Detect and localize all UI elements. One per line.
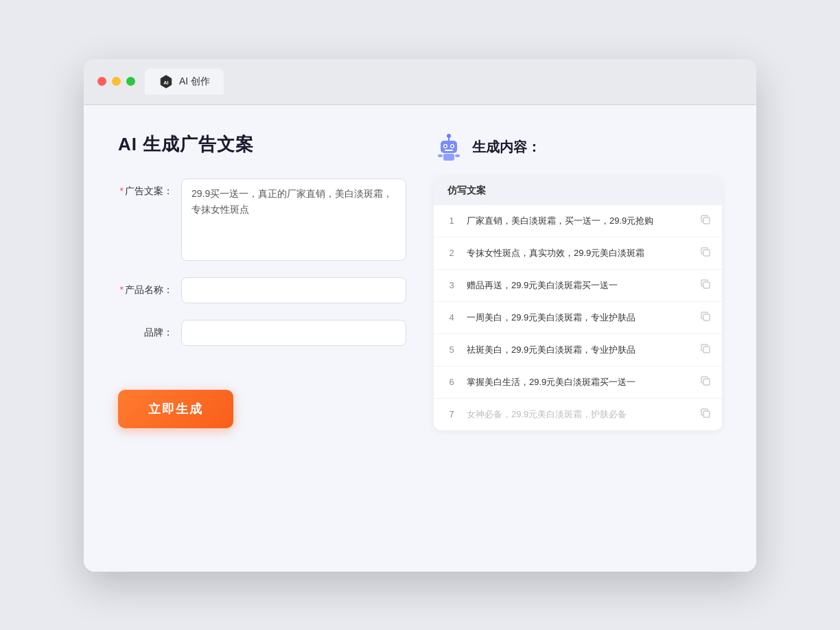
result-title: 生成内容： <box>472 138 541 156</box>
copy-icon[interactable] <box>700 214 711 228</box>
brand-input[interactable]: 好白 <box>181 320 406 346</box>
table-row: 1厂家直销，美白淡斑霜，买一送一，29.9元抢购 <box>434 205 722 237</box>
copy-icon[interactable] <box>700 311 711 325</box>
right-panel: 生成内容： 仿写文案 1厂家直销，美白淡斑霜，买一送一，29.9元抢购 2专抹女… <box>434 132 722 537</box>
page-title: AI 生成广告文案 <box>118 132 406 156</box>
row-text: 赠品再送，29.9元美白淡斑霜买一送一 <box>467 279 692 292</box>
browser-window: AI AI 创作 AI 生成广告文案 *广告文案： 29.9买一送一，真正的厂家… <box>84 59 756 572</box>
tab-label: AI 创作 <box>179 75 210 88</box>
copy-icon[interactable] <box>700 375 711 389</box>
svg-rect-12 <box>455 154 460 157</box>
tab-area: AI AI 创作 <box>145 69 224 95</box>
traffic-lights <box>97 77 135 86</box>
result-rows-container: 1厂家直销，美白淡斑霜，买一送一，29.9元抢购 2专抹女性斑点，真实功效，29… <box>434 205 722 430</box>
svg-rect-4 <box>441 141 457 153</box>
copy-icon[interactable] <box>700 343 711 357</box>
product-name-label: *产品名称： <box>118 277 173 296</box>
table-row: 5祛斑美白，29.9元美白淡斑霜，专业护肤品 <box>434 334 722 366</box>
row-number: 3 <box>445 280 458 290</box>
row-number: 5 <box>445 345 458 355</box>
svg-rect-13 <box>703 218 710 224</box>
row-text: 祛斑美白，29.9元美白淡斑霜，专业护肤品 <box>467 343 692 357</box>
ad-copy-label: *广告文案： <box>118 178 173 198</box>
brand-label: 品牌： <box>118 320 173 339</box>
row-number: 4 <box>445 312 458 323</box>
row-text: 掌握美白生活，29.9元美白淡斑霜买一送一 <box>467 375 692 389</box>
row-number: 2 <box>445 248 458 258</box>
result-header: 生成内容： <box>434 132 722 163</box>
browser-titlebar: AI AI 创作 <box>84 59 756 105</box>
tab-ai-create[interactable]: AI AI 创作 <box>145 69 224 95</box>
result-table: 仿写文案 1厂家直销，美白淡斑霜，买一送一，29.9元抢购 2专抹女性斑点，真实… <box>434 176 722 430</box>
robot-icon <box>434 132 464 163</box>
required-star-product: * <box>120 284 124 295</box>
minimize-button[interactable] <box>112 77 121 86</box>
copy-icon[interactable] <box>700 246 711 260</box>
row-text: 厂家直销，美白淡斑霜，买一送一，29.9元抢购 <box>467 214 692 228</box>
svg-rect-9 <box>445 150 453 151</box>
row-number: 1 <box>445 215 458 226</box>
svg-rect-19 <box>703 411 710 417</box>
close-button[interactable] <box>97 77 106 86</box>
ad-copy-textarea[interactable]: 29.9买一送一，真正的厂家直销，美白淡斑霜，专抹女性斑点 <box>181 178 406 261</box>
ad-copy-group: *广告文案： 29.9买一送一，真正的厂家直销，美白淡斑霜，专抹女性斑点 <box>118 178 406 261</box>
svg-rect-3 <box>448 137 450 141</box>
maximize-button[interactable] <box>126 77 135 86</box>
table-row: 4一周美白，29.9元美白淡斑霜，专业护肤品 <box>434 302 722 334</box>
generate-button[interactable]: 立即生成 <box>118 390 233 428</box>
table-row: 2专抹女性斑点，真实功效，29.9元美白淡斑霜 <box>434 237 722 270</box>
svg-rect-16 <box>703 314 710 320</box>
table-header: 仿写文案 <box>434 176 722 205</box>
svg-rect-11 <box>438 154 443 157</box>
table-row: 7女神必备，29.9元美白淡斑霜，护肤必备 <box>434 399 722 430</box>
svg-rect-15 <box>703 282 710 288</box>
copy-icon[interactable] <box>700 279 711 292</box>
svg-rect-10 <box>443 154 454 161</box>
table-row: 6掌握美白生活，29.9元美白淡斑霜买一送一 <box>434 366 722 399</box>
row-number: 6 <box>445 377 458 387</box>
browser-content: AI 生成广告文案 *广告文案： 29.9买一送一，真正的厂家直销，美白淡斑霜，… <box>84 105 756 572</box>
row-text: 一周美白，29.9元美白淡斑霜，专业护肤品 <box>467 311 692 325</box>
row-text: 专抹女性斑点，真实功效，29.9元美白淡斑霜 <box>467 246 692 260</box>
row-text: 女神必备，29.9元美白淡斑霜，护肤必备 <box>467 408 692 421</box>
required-star-ad: * <box>120 185 124 196</box>
left-panel: AI 生成广告文案 *广告文案： 29.9买一送一，真正的厂家直销，美白淡斑霜，… <box>118 132 406 537</box>
row-number: 7 <box>445 409 458 419</box>
copy-icon[interactable] <box>700 408 711 421</box>
svg-point-8 <box>452 145 454 147</box>
svg-text:AI: AI <box>163 79 168 85</box>
table-row: 3赠品再送，29.9元美白淡斑霜买一送一 <box>434 270 722 302</box>
product-name-group: *产品名称： 美白淡斑霜 <box>118 277 406 303</box>
svg-rect-14 <box>703 250 710 256</box>
svg-rect-17 <box>703 347 710 353</box>
svg-rect-18 <box>703 379 710 385</box>
svg-point-7 <box>445 145 447 147</box>
brand-group: 品牌： 好白 <box>118 320 406 346</box>
product-name-input[interactable]: 美白淡斑霜 <box>181 277 406 303</box>
ai-icon: AI <box>159 74 174 89</box>
